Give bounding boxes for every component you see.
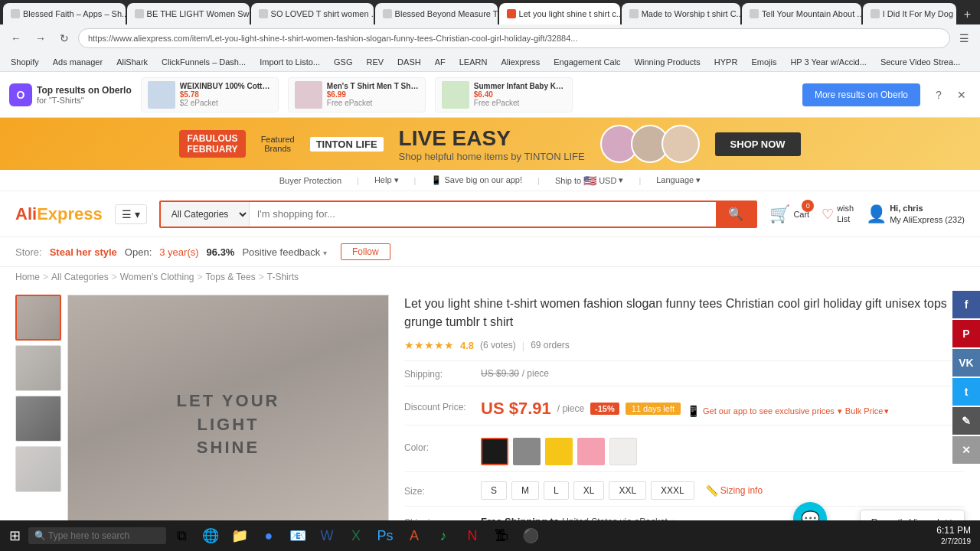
tab-5-active[interactable]: Let you light shine t shirt c... ✕ (499, 3, 620, 24)
bookmark-alishark[interactable]: AliShark (112, 56, 152, 68)
positive-feedback-link[interactable]: Positive feedback ▾ (242, 246, 327, 258)
size-m-button[interactable]: M (511, 481, 539, 500)
votes-link[interactable]: (6 votes) (480, 340, 516, 350)
taskbar-netflix[interactable]: N (459, 522, 486, 549)
taskbar-folder[interactable]: 📁 (226, 522, 253, 549)
back-button[interactable]: ← (6, 31, 26, 46)
color-gray-swatch[interactable] (513, 438, 541, 465)
social-close-button[interactable]: ✕ (952, 436, 980, 464)
oberlo-question-button[interactable]: ? (929, 86, 948, 104)
start-button[interactable]: ⊞ (3, 527, 27, 544)
oberlo-close-button[interactable]: ✕ (952, 86, 971, 104)
oberlo-product-1[interactable]: WEIXINBUY 100% Cotton Boys T shirt... $5… (141, 77, 279, 112)
help-link[interactable]: Help ▾ (374, 175, 399, 185)
taskbar-spotify[interactable]: ♪ (430, 522, 457, 549)
hamburger-menu-button[interactable]: ☰ ▾ (115, 204, 147, 224)
bookmark-secure[interactable]: Secure Video Strea... (876, 56, 965, 68)
breadcrumb-home[interactable]: Home (15, 272, 40, 282)
sizing-info-link[interactable]: 📏 Sizing info (705, 484, 763, 497)
thumbnail-4[interactable] (15, 446, 61, 492)
breadcrumb-womens[interactable]: Women's Clothing (120, 272, 194, 282)
ad-shop-now-button[interactable]: SHOP NOW (715, 132, 801, 156)
vk-share-button[interactable]: VK (952, 349, 980, 377)
category-select[interactable]: All Categories (161, 202, 250, 227)
oberlo-product-3[interactable]: Summer Infant Baby Kids Boys Girls T... … (435, 77, 573, 112)
pinterest-share-button[interactable]: P (952, 320, 980, 347)
tab-6[interactable]: Made to Worship t shirt C... ✕ (622, 3, 740, 24)
cart-section[interactable]: 🛒 0 Cart (769, 204, 809, 224)
size-xxxl-button[interactable]: XXXL (651, 481, 694, 500)
taskbar-obs[interactable]: ⚫ (517, 522, 544, 549)
bookmark-gsg[interactable]: GSG (329, 56, 357, 68)
bookmark-shopify[interactable]: Shopify (6, 56, 44, 68)
bookmark-clickfunnels[interactable]: ClickFunnels – Dash... (157, 56, 250, 68)
buyer-protection-link[interactable]: Buyer Protection (279, 176, 341, 185)
taskbar-search-input[interactable] (28, 527, 166, 544)
color-yellow-swatch[interactable] (545, 438, 573, 465)
ship-to-section[interactable]: Ship to 🇺🇸 USD ▾ (555, 174, 623, 187)
tab-8[interactable]: I Did It For My Dog ✕ (863, 3, 956, 24)
thumbnail-2[interactable] (15, 345, 61, 391)
social-edit-button[interactable]: ✎ (952, 407, 980, 435)
follow-button[interactable]: Follow (341, 243, 390, 260)
bookmark-emojis[interactable]: Emojis (746, 56, 781, 68)
color-black-swatch[interactable] (481, 438, 508, 465)
taskbar-task-view[interactable]: ⧉ (168, 522, 195, 549)
bookmark-ads[interactable]: Ads manager (48, 56, 107, 68)
store-name[interactable]: Steal her style (50, 246, 117, 258)
app-price-row[interactable]: 📱 Get our app to see exclusive prices ▾ … (687, 405, 889, 417)
taskbar-chrome[interactable]: ● (255, 522, 283, 549)
bookmark-engagement[interactable]: Engagement Calc (549, 56, 625, 68)
reload-button[interactable]: ↻ (55, 31, 74, 46)
oberlo-more-button[interactable]: More results on Oberlo (802, 83, 920, 106)
bulk-price-button[interactable]: Bulk Price ▾ (845, 406, 890, 416)
bookmark-aliexpress[interactable]: Aliexpress (496, 56, 544, 68)
color-white-swatch[interactable] (609, 438, 637, 465)
tab-7[interactable]: Tell Your Mountain About ... ✕ (742, 3, 861, 24)
bookmark-winning[interactable]: Winning Products (630, 56, 705, 68)
bookmark-learn[interactable]: LEARN (455, 56, 492, 68)
breadcrumb-all-cats[interactable]: All Categories (51, 272, 109, 282)
size-xxl-button[interactable]: XXL (609, 481, 646, 500)
thumbnail-1[interactable] (15, 295, 61, 341)
tab-2[interactable]: BE THE LIGHT Women Sw... ✕ (127, 3, 250, 24)
taskbar-outlook[interactable]: 📧 (284, 522, 312, 549)
save-mobile-link[interactable]: 📱 Save big on our app! (431, 175, 522, 185)
size-xl-button[interactable]: XL (573, 481, 605, 500)
taskbar-acrobat[interactable]: A (400, 522, 428, 549)
forward-button[interactable]: → (31, 31, 51, 46)
bookmark-rev[interactable]: REV (361, 56, 388, 68)
extensions-button[interactable]: ☰ (955, 31, 974, 46)
wishlist-section[interactable]: ♡ wish List (822, 204, 854, 223)
new-tab-button[interactable]: + (958, 5, 977, 24)
bookmark-hypr[interactable]: HYPR (710, 56, 743, 68)
taskbar-zip[interactable]: 🗜 (488, 522, 515, 549)
breadcrumb-tops[interactable]: Tops & Tees (206, 272, 256, 282)
language-link[interactable]: Language ▾ (656, 175, 701, 185)
taskbar-photoshop[interactable]: Ps (371, 522, 399, 549)
search-input[interactable] (250, 202, 717, 227)
user-section[interactable]: 👤 Hi, chris My AliExpress (232) (866, 203, 965, 225)
taskbar-edge[interactable]: 🌐 (197, 522, 224, 549)
tab-3[interactable]: SO LOVED T shirt women ... ✕ (251, 3, 374, 24)
taskbar-word[interactable]: W (313, 522, 341, 549)
color-pink-swatch[interactable] (577, 438, 605, 465)
bookmark-hp[interactable]: HP 3 Year w/Accid... (786, 56, 871, 68)
address-bar[interactable]: https://www.aliexpress.com/item/Let-you-… (78, 28, 950, 48)
tab-4[interactable]: Blessed Beyond Measure T... ✕ (375, 3, 498, 24)
size-s-button[interactable]: S (481, 481, 507, 500)
thumbnail-3[interactable] (15, 396, 61, 442)
tab-1[interactable]: Blessed Faith – Apps – Sh... ✕ (3, 3, 126, 24)
twitter-share-button[interactable]: t (952, 378, 980, 406)
search-button[interactable]: 🔍 (716, 202, 756, 227)
search-section: All Categories 🔍 (159, 201, 758, 228)
bookmark-import[interactable]: Import to Listo... (255, 56, 325, 68)
aliexpress-logo[interactable]: AliExpress (15, 204, 103, 224)
bookmark-dash[interactable]: DASH (393, 56, 426, 68)
bookmark-af[interactable]: AF (430, 56, 450, 68)
oberlo-product-2[interactable]: Men's T Shirt Men T Shirt Cute Cat Ca...… (288, 77, 426, 112)
store-years[interactable]: 3 year(s) (159, 246, 198, 258)
taskbar-excel[interactable]: X (342, 522, 370, 549)
facebook-share-button[interactable]: f (952, 291, 980, 318)
size-l-button[interactable]: L (544, 481, 569, 500)
